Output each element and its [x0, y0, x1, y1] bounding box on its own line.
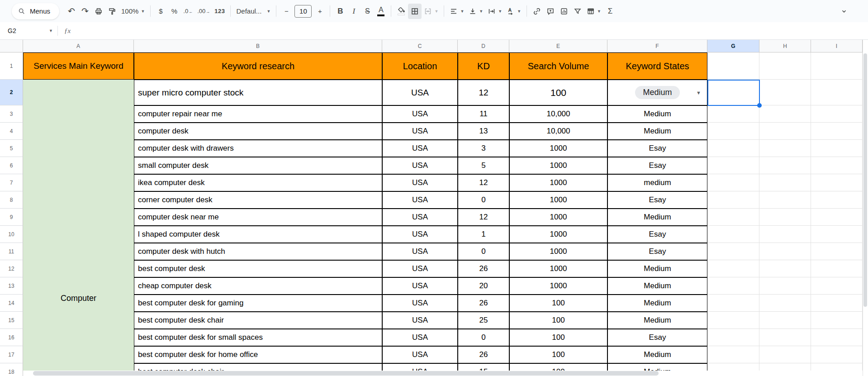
cell-G1[interactable] [707, 52, 759, 80]
cell-G7[interactable] [707, 174, 759, 191]
cell-E5[interactable]: 1000 [509, 140, 607, 157]
cell-D4[interactable]: 13 [458, 123, 509, 140]
cell-C7[interactable]: USA [382, 174, 458, 191]
column-header-D[interactable]: D [458, 40, 509, 52]
row-header-13[interactable]: 13 [0, 277, 23, 295]
print-button[interactable] [92, 4, 105, 19]
horizontal-scrollbar-thumb[interactable] [33, 371, 659, 376]
cell-D13[interactable]: 20 [458, 277, 509, 295]
cell-H15[interactable] [759, 312, 811, 329]
cell-B15[interactable]: best computer desk chair [134, 312, 382, 329]
cell-E16[interactable]: 100 [509, 329, 607, 346]
cell-F4[interactable]: Medium [607, 123, 707, 140]
cell-I17[interactable] [811, 346, 863, 363]
zoom-control[interactable]: 100% ▼ [119, 4, 147, 19]
cell-F8[interactable]: Esay [607, 191, 707, 209]
cell-E12[interactable]: 1000 [509, 260, 607, 277]
cell-G4[interactable] [707, 123, 759, 140]
insert-comment-button[interactable] [544, 4, 557, 19]
column-header-B[interactable]: B [134, 40, 382, 52]
cell-G12[interactable] [707, 260, 759, 277]
cell-E2[interactable]: 100 [509, 80, 607, 105]
cell-I1[interactable] [811, 52, 863, 80]
cell-E13[interactable]: 1000 [509, 277, 607, 295]
cell-H12[interactable] [759, 260, 811, 277]
decrease-decimal-button[interactable]: .0← [181, 4, 195, 19]
cell-C3[interactable]: USA [382, 105, 458, 123]
cell-H7[interactable] [759, 174, 811, 191]
cell-B1[interactable]: Keyword research [134, 52, 382, 80]
undo-button[interactable]: ↶ [65, 4, 78, 19]
cell-F16[interactable]: Esay [607, 329, 707, 346]
cell-I10[interactable] [811, 226, 863, 243]
fill-color-button[interactable] [394, 4, 408, 19]
cell-F7[interactable]: medium [607, 174, 707, 191]
increase-font-size-button[interactable]: + [313, 4, 327, 19]
cell-D14[interactable]: 26 [458, 295, 509, 312]
cell-C12[interactable]: USA [382, 260, 458, 277]
cell-B14[interactable]: best computer desk for gaming [134, 295, 382, 312]
cell-E11[interactable]: 1000 [509, 243, 607, 260]
strikethrough-button[interactable]: S [360, 4, 374, 19]
cell-H10[interactable] [759, 226, 811, 243]
cell-G5[interactable] [707, 140, 759, 157]
cell-C10[interactable]: USA [382, 226, 458, 243]
cell-I11[interactable] [811, 243, 863, 260]
cell-dropdown-arrow[interactable]: ▼ [696, 90, 701, 95]
cell-I7[interactable] [811, 174, 863, 191]
cell-D12[interactable]: 26 [458, 260, 509, 277]
cell-D11[interactable]: 0 [458, 243, 509, 260]
cell-I9[interactable] [811, 209, 863, 226]
cell-C2[interactable]: USA [382, 80, 458, 105]
redo-button[interactable]: ↷ [78, 4, 92, 19]
cell-B6[interactable]: small computer desk [134, 157, 382, 174]
select-all-corner[interactable] [0, 40, 23, 52]
fill-handle[interactable] [757, 103, 762, 108]
cell-D8[interactable]: 0 [458, 191, 509, 209]
cell-F1[interactable]: Keyword States [607, 52, 707, 80]
cell-F13[interactable]: Medium [607, 277, 707, 295]
cell-F12[interactable]: Medium [607, 260, 707, 277]
row-header-7[interactable]: 7 [0, 174, 23, 191]
cell-E3[interactable]: 10,000 [509, 105, 607, 123]
cell-F5[interactable]: Esay [607, 140, 707, 157]
row-header-11[interactable]: 11 [0, 243, 23, 260]
cell-I14[interactable] [811, 295, 863, 312]
cell-G6[interactable] [707, 157, 759, 174]
cell-B12[interactable]: best computer desk [134, 260, 382, 277]
cell-D16[interactable]: 0 [458, 329, 509, 346]
cell-B11[interactable]: computer desk with hutch [134, 243, 382, 260]
cell-D17[interactable]: 26 [458, 346, 509, 363]
cell-F2[interactable]: Medium▼ [607, 80, 707, 105]
cell-E8[interactable]: 1000 [509, 191, 607, 209]
cell-D15[interactable]: 25 [458, 312, 509, 329]
cell-F11[interactable]: Esay [607, 243, 707, 260]
column-header-G[interactable]: G [707, 40, 759, 52]
text-color-button[interactable]: A [374, 4, 388, 19]
cell-G3[interactable] [707, 105, 759, 123]
row-header-5[interactable]: 5 [0, 140, 23, 157]
merge-cells-button[interactable]: ▼ [422, 4, 441, 19]
column-header-F[interactable]: F [607, 40, 707, 52]
format-percent-button[interactable]: % [167, 4, 181, 19]
column-header-E[interactable]: E [509, 40, 607, 52]
row-header-3[interactable]: 3 [0, 105, 23, 123]
cell-F10[interactable]: Esay [607, 226, 707, 243]
cell-B16[interactable]: best computer desk for small spaces [134, 329, 382, 346]
cell-E4[interactable]: 10,000 [509, 123, 607, 140]
cell-I4[interactable] [811, 123, 863, 140]
cell-D10[interactable]: 1 [458, 226, 509, 243]
more-formats-button[interactable]: 123 [212, 4, 227, 19]
cell-H17[interactable] [759, 346, 811, 363]
cell-I2[interactable] [811, 80, 863, 105]
cell-C4[interactable]: USA [382, 123, 458, 140]
font-size-input[interactable]: 10 [294, 5, 312, 18]
cell-G11[interactable] [707, 243, 759, 260]
row-header-9[interactable]: 9 [0, 209, 23, 226]
increase-decimal-button[interactable]: .00→ [195, 4, 212, 19]
format-currency-button[interactable]: $ [154, 4, 167, 19]
cell-H3[interactable] [759, 105, 811, 123]
cell-I12[interactable] [811, 260, 863, 277]
cell-H2[interactable] [759, 80, 811, 105]
cell-D7[interactable]: 12 [458, 174, 509, 191]
